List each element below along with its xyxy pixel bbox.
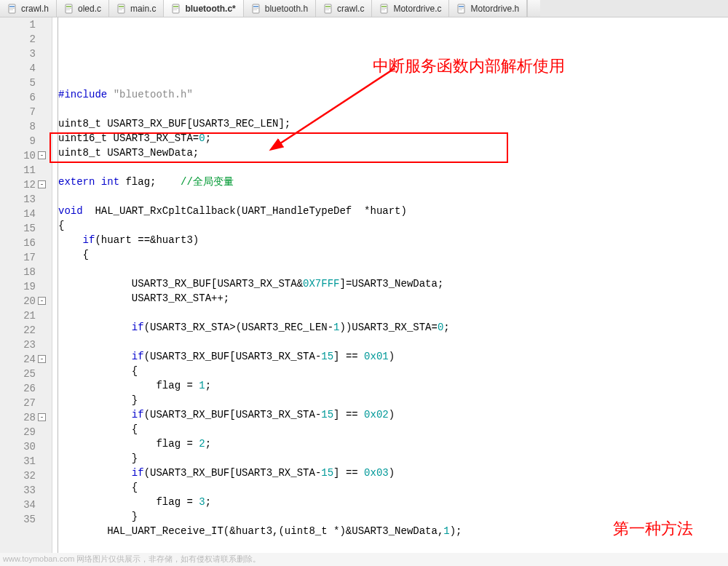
tab-main-c[interactable]: main.c — [109, 0, 164, 17]
source-file-icon — [379, 4, 389, 14]
code-line[interactable] — [58, 189, 728, 204]
svg-rect-11 — [119, 9, 122, 10]
code-line[interactable]: { — [58, 218, 728, 233]
code-line[interactable]: uint8_t USART3_RX_BUF[USART3_REC_LEN]; — [58, 116, 728, 131]
code-line[interactable]: uint8_t USART3_NewData; — [58, 146, 728, 160]
watermark-footer: www.toymoban.com 网络图片仅供展示，非存储，如有侵权请联系删除。 — [0, 552, 264, 566]
code-line[interactable]: } — [58, 451, 728, 466]
svg-rect-1 — [9, 6, 15, 7]
line-number: 27 — [0, 396, 36, 410]
tab-bar: crawl.holed.cmain.cbluetooth.c*bluetooth… — [0, 0, 728, 17]
tab-label: crawl.h — [21, 4, 49, 14]
code-line[interactable]: { — [58, 364, 728, 378]
code-line[interactable] — [58, 102, 728, 116]
svg-rect-21 — [325, 6, 331, 7]
code-line[interactable]: } — [58, 509, 728, 524]
code-area[interactable]: 中断服务函数内部解析使用 第一种方法 #include "bluetooth.h… — [52, 17, 728, 553]
tab-bluetooth-h[interactable]: bluetooth.h — [244, 0, 316, 17]
code-line[interactable]: flag = 3; — [58, 495, 728, 509]
header-file-icon — [251, 4, 261, 14]
code-line[interactable]: flag = 1; — [58, 378, 728, 393]
fold-toggle[interactable]: - — [38, 297, 46, 305]
line-number: 13 — [0, 192, 36, 207]
code-line[interactable]: uint16_t USART3_RX_STA=0; — [58, 131, 728, 146]
annotation-text-top: 中断服务函数内部解析使用 — [373, 55, 565, 77]
code-line[interactable]: extern int flag; //全局变量 — [58, 175, 728, 189]
svg-rect-3 — [9, 9, 13, 10]
line-number: 2 — [0, 32, 36, 47]
header-file-icon — [456, 4, 467, 14]
line-number: 4 — [0, 61, 36, 76]
line-number-gutter: 12345678910-1112-1314151617181920-212223… — [0, 17, 52, 553]
line-number: 22 — [0, 323, 36, 338]
code-line[interactable]: USART3_RX_STA++; — [58, 291, 728, 306]
code-line[interactable]: if(USART3_RX_BUF[USART3_RX_STA-15] == 0x… — [58, 349, 728, 364]
line-number: 30 — [0, 439, 36, 454]
code-line[interactable]: #include "bluetooth.h" — [58, 87, 728, 102]
code-line[interactable] — [58, 538, 728, 553]
fold-toggle[interactable]: - — [38, 151, 46, 159]
tab-overflow[interactable] — [527, 0, 540, 17]
code-line[interactable]: HAL_UART_Receive_IT(&huart3,(uint8_t *)&… — [58, 524, 728, 538]
line-number: 20- — [0, 294, 36, 308]
svg-rect-18 — [253, 8, 258, 9]
svg-rect-19 — [253, 9, 257, 10]
line-number: 15 — [0, 221, 36, 236]
source-file-icon — [323, 4, 333, 14]
line-number: 33 — [0, 483, 36, 498]
tab-motordrive-h[interactable]: Motordrive.h — [449, 0, 527, 17]
tab-crawl-c[interactable]: crawl.c — [316, 0, 372, 17]
line-number: 16 — [0, 236, 36, 250]
line-number: 18 — [0, 265, 36, 279]
svg-rect-31 — [459, 9, 462, 10]
svg-rect-9 — [119, 6, 124, 7]
source-file-icon — [64, 4, 74, 14]
fold-toggle[interactable]: - — [38, 355, 46, 363]
line-number: 1 — [0, 17, 36, 32]
svg-rect-26 — [381, 8, 387, 9]
svg-rect-14 — [173, 8, 178, 9]
fold-toggle[interactable]: - — [38, 180, 46, 188]
line-number: 7 — [0, 105, 36, 119]
source-file-icon — [171, 4, 181, 14]
line-number: 21 — [0, 308, 36, 323]
tab-label: main.c — [130, 4, 156, 14]
code-line[interactable]: void HAL_UART_RxCpltCallback(UART_Handle… — [58, 204, 728, 218]
svg-rect-27 — [381, 9, 385, 10]
svg-rect-22 — [325, 8, 331, 9]
code-line[interactable]: if(USART3_RX_BUF[USART3_RX_STA-15] == 0x… — [58, 407, 728, 422]
svg-rect-30 — [459, 8, 464, 9]
code-line[interactable]: if(USART3_RX_STA>(USART3_REC_LEN-1))USAR… — [58, 320, 728, 335]
line-number: 8 — [0, 119, 36, 134]
tab-label: oled.c — [78, 4, 101, 14]
line-number: 9 — [0, 134, 36, 148]
line-number: 11 — [0, 163, 36, 178]
code-line[interactable] — [58, 335, 728, 349]
code-line[interactable]: } — [58, 393, 728, 407]
line-number: 29 — [0, 425, 36, 439]
code-line[interactable]: if(USART3_RX_BUF[USART3_RX_STA-15] == 0x… — [58, 466, 728, 480]
code-line[interactable] — [58, 262, 728, 276]
code-line[interactable] — [58, 160, 728, 175]
code-line[interactable]: USART3_RX_BUF[USART3_RX_STA&0X7FFF]=USAR… — [58, 276, 728, 291]
code-line[interactable]: flag = 2; — [58, 437, 728, 451]
tab-motordrive-c[interactable]: Motordrive.c — [372, 0, 449, 17]
line-number: 25 — [0, 367, 36, 381]
code-line[interactable]: { — [58, 422, 728, 437]
line-number: 17 — [0, 250, 36, 265]
tab-oled-c[interactable]: oled.c — [57, 0, 109, 17]
code-line[interactable] — [58, 306, 728, 320]
code-editor[interactable]: 12345678910-1112-1314151617181920-212223… — [0, 17, 728, 553]
line-number: 35 — [0, 512, 36, 527]
code-line[interactable]: { — [58, 480, 728, 495]
line-number: 5 — [0, 76, 36, 90]
line-number: 19 — [0, 279, 36, 294]
code-line[interactable]: { — [58, 247, 728, 262]
line-number: 24- — [0, 352, 36, 367]
code-line[interactable]: if(huart ==&huart3) — [58, 233, 728, 247]
fold-toggle[interactable]: - — [38, 413, 46, 421]
tab-bluetooth-c-[interactable]: bluetooth.c* — [164, 0, 243, 17]
source-file-icon — [116, 4, 127, 14]
tab-label: Motordrive.h — [470, 4, 519, 14]
tab-crawl-h[interactable]: crawl.h — [0, 0, 57, 17]
